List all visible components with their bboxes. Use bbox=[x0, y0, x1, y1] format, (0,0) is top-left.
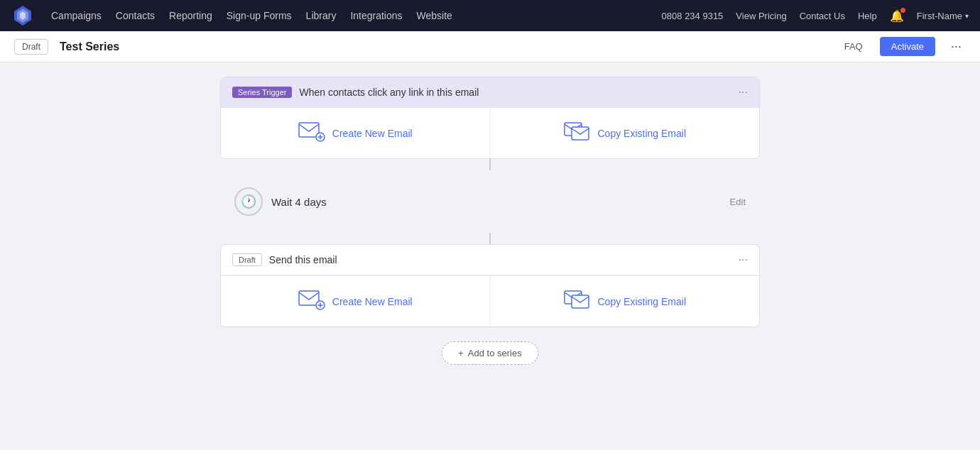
top-navigation: Campaigns Contacts Reporting Sign-up For… bbox=[0, 0, 980, 31]
phone-number: 0808 234 9315 bbox=[662, 11, 724, 21]
view-pricing-link[interactable]: View Pricing bbox=[736, 11, 786, 21]
send-more-button[interactable]: ··· bbox=[739, 253, 748, 266]
sub-navigation: Draft Test Series FAQ Activate ··· bbox=[0, 31, 980, 62]
wait-label: Wait 4 days bbox=[271, 196, 722, 208]
send-description: Send this email bbox=[269, 254, 731, 265]
send-copy-email-button[interactable]: Copy Existing Email bbox=[491, 276, 760, 326]
trigger-create-email-button[interactable]: Create New Email bbox=[221, 108, 491, 158]
series-title: Test Series bbox=[60, 40, 827, 53]
wait-edit-button[interactable]: Edit bbox=[730, 197, 746, 207]
create-email-label: Create New Email bbox=[332, 128, 413, 139]
user-menu[interactable]: First-Name ▾ bbox=[917, 11, 969, 21]
faq-button[interactable]: FAQ bbox=[839, 38, 869, 55]
logo[interactable] bbox=[11, 4, 34, 27]
nav-library[interactable]: Library bbox=[306, 10, 337, 21]
create-email-icon bbox=[298, 122, 325, 144]
send-copy-email-icon bbox=[564, 290, 591, 312]
trigger-description: When contacts click any link in this ema… bbox=[299, 87, 731, 98]
activate-button[interactable]: Activate bbox=[880, 37, 935, 56]
nav-website[interactable]: Website bbox=[417, 10, 452, 21]
send-card-header: Draft Send this email ··· bbox=[221, 245, 759, 275]
trigger-card-header: Series Trigger When contacts click any l… bbox=[221, 77, 759, 107]
connector-line-2 bbox=[489, 233, 491, 244]
nav-links: Campaigns Contacts Reporting Sign-up For… bbox=[51, 10, 645, 21]
trigger-copy-email-button[interactable]: Copy Existing Email bbox=[491, 108, 760, 158]
send-create-email-icon bbox=[298, 290, 325, 312]
send-card-actions: Create New Email Copy Existing Email bbox=[221, 275, 759, 326]
send-email-card: Draft Send this email ··· Create New Ema… bbox=[220, 244, 760, 327]
nav-contacts[interactable]: Contacts bbox=[116, 10, 155, 21]
plus-icon: + bbox=[458, 348, 464, 358]
notifications-bell[interactable]: 🔔 bbox=[890, 9, 904, 23]
trigger-card-actions: Create New Email Copy Existing Email bbox=[221, 107, 759, 158]
user-chevron-icon: ▾ bbox=[965, 12, 969, 20]
contact-us-link[interactable]: Contact Us bbox=[800, 11, 845, 21]
send-create-label: Create New Email bbox=[332, 296, 413, 307]
send-copy-label: Copy Existing Email bbox=[598, 296, 687, 307]
wait-clock-icon: 🕐 bbox=[234, 187, 263, 216]
wait-card: 🕐 Wait 4 days Edit bbox=[220, 176, 760, 227]
add-to-series-button[interactable]: + Add to series bbox=[442, 341, 538, 365]
subnav-more-button[interactable]: ··· bbox=[947, 36, 966, 57]
svg-rect-3 bbox=[299, 123, 319, 137]
topnav-right: 0808 234 9315 View Pricing Contact Us He… bbox=[662, 9, 969, 23]
copy-email-label: Copy Existing Email bbox=[598, 128, 687, 139]
series-trigger-card: Series Trigger When contacts click any l… bbox=[220, 77, 760, 159]
help-link[interactable]: Help bbox=[858, 11, 877, 21]
notification-dot bbox=[900, 8, 905, 13]
nav-integrations[interactable]: Integrations bbox=[350, 10, 402, 21]
send-create-email-button[interactable]: Create New Email bbox=[221, 276, 491, 326]
add-series-label: Add to series bbox=[468, 348, 522, 358]
svg-rect-8 bbox=[572, 127, 589, 140]
nav-signup-forms[interactable]: Sign-up Forms bbox=[227, 10, 292, 21]
svg-rect-9 bbox=[299, 291, 319, 305]
nav-reporting[interactable]: Reporting bbox=[169, 10, 212, 21]
trigger-more-button[interactable]: ··· bbox=[739, 86, 748, 99]
draft-badge: Draft bbox=[14, 39, 48, 55]
svg-rect-14 bbox=[572, 295, 589, 308]
send-draft-badge: Draft bbox=[232, 253, 262, 266]
copy-email-icon bbox=[564, 122, 591, 144]
nav-campaigns[interactable]: Campaigns bbox=[51, 10, 102, 21]
connector-line-1 bbox=[489, 159, 491, 170]
trigger-badge: Series Trigger bbox=[232, 87, 292, 98]
main-content: Series Trigger When contacts click any l… bbox=[0, 62, 980, 379]
user-name-label: First-Name bbox=[917, 11, 962, 21]
